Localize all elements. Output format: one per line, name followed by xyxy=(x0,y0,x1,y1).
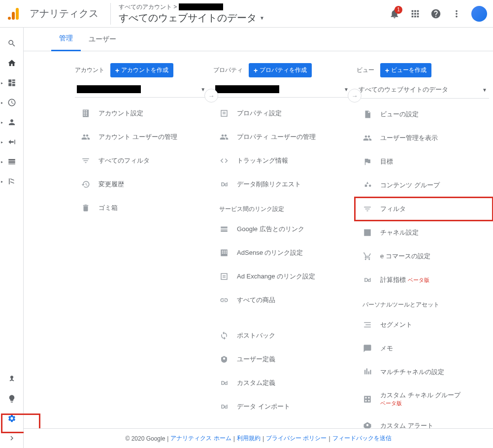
view-label: ビュー xyxy=(357,66,374,74)
acquisition-icon[interactable]: ▸ xyxy=(0,132,24,152)
segments[interactable]: セグメント xyxy=(355,313,493,337)
account-user-management[interactable]: アカウント ユーザーの管理 xyxy=(73,125,211,149)
dd-icon: Dd xyxy=(219,378,229,388)
account-selector[interactable]: ▼ xyxy=(75,81,207,98)
flag-icon xyxy=(362,157,372,167)
data-import[interactable]: Ddデータ インポート xyxy=(211,395,355,418)
custom-alerts[interactable]: カスタム アラート xyxy=(355,414,493,428)
tab-admin[interactable]: 管理 xyxy=(51,27,81,51)
dd-icon: Dd xyxy=(362,275,372,285)
admin-main: アカウント +アカウントを作成 ▼ → アカウント設定 アカウント ユーザーの管… xyxy=(24,51,493,428)
admin-tabs: 管理 ユーザー xyxy=(24,28,493,51)
behavior-icon[interactable]: ▸ xyxy=(0,152,24,172)
calculated-metrics[interactable]: Dd計算指標ベータ版 xyxy=(355,268,493,292)
transfer-right-button[interactable]: → xyxy=(204,89,218,103)
people-icon xyxy=(362,133,372,143)
adsense-link[interactable]: AdSense のリンク設定 xyxy=(211,241,355,265)
account-label: アカウント xyxy=(75,66,104,74)
custom-definitions[interactable]: Ddカスタム定義 xyxy=(211,371,355,395)
view-column: ビュー +ビューを作成 すべてのウェブサイトのデータ ▼ ビューの設定 ユーザー… xyxy=(355,63,493,428)
create-view-button[interactable]: +ビューを作成 xyxy=(380,63,431,77)
caret-down-icon: ▼ xyxy=(200,87,205,92)
notification-badge: 1 xyxy=(394,6,402,14)
analytics-logo xyxy=(8,6,24,22)
view-selector[interactable]: すべてのウェブサイトのデータ ▼ xyxy=(357,81,489,99)
customization-icon[interactable]: ▸ xyxy=(0,73,24,93)
custom-channel-icon xyxy=(362,394,372,404)
user-definitions[interactable]: ユーザー定義 xyxy=(211,347,355,371)
transfer-right-button[interactable]: → xyxy=(348,89,362,103)
history-icon xyxy=(81,179,91,189)
cart-icon xyxy=(362,251,372,261)
annotations[interactable]: メモ xyxy=(355,337,493,360)
tab-user[interactable]: ユーザー xyxy=(81,28,124,51)
all-products[interactable]: すべての商品 xyxy=(211,288,355,312)
account-selected-redacted xyxy=(77,85,141,93)
beta-badge: ベータ版 xyxy=(380,400,460,407)
view-filters[interactable]: フィルタ xyxy=(355,197,493,221)
view-user-management[interactable]: ユーザー管理を表示 xyxy=(355,126,493,150)
discover-icon[interactable] xyxy=(0,389,24,409)
footer-terms-link[interactable]: 利用規約 xyxy=(237,434,261,443)
property-selector[interactable]: ▼ xyxy=(213,81,351,98)
create-account-button[interactable]: +アカウントを作成 xyxy=(110,63,173,77)
view-settings[interactable]: ビューの設定 xyxy=(355,103,493,126)
help-icon[interactable] xyxy=(430,8,442,20)
channel-icon xyxy=(362,228,372,238)
people-icon xyxy=(81,132,91,142)
content-grouping[interactable]: コンテンツ グループ xyxy=(355,173,493,197)
account-picker[interactable]: すべてのアカウント > すべてのウェブサイトのデータ ▼ xyxy=(110,3,264,25)
filter-icon xyxy=(81,156,91,166)
property-label: プロパティ xyxy=(213,66,243,74)
home-icon[interactable] xyxy=(0,53,24,73)
property-column: プロパティ +プロパティを作成 ▼ → プロパティ設定 プロパティ ユーザーの管… xyxy=(211,63,355,428)
all-filters[interactable]: すべてのフィルタ xyxy=(73,149,211,172)
header: アナリティクス すべてのアカウント > すべてのウェブサイトのデータ ▼ 1 xyxy=(0,0,493,28)
app-title: アナリティクス xyxy=(30,7,99,20)
channel-settings[interactable]: チャネル設定 xyxy=(355,221,493,244)
copyright: © 2020 Google xyxy=(125,435,165,442)
more-icon[interactable] xyxy=(451,8,462,20)
beta-badge: ベータ版 xyxy=(408,277,429,283)
postback[interactable]: ポストバック xyxy=(211,324,355,347)
link-section-label: サービス間のリンク設定 xyxy=(211,196,355,217)
footer-feedback-link[interactable]: フィードバックを送信 xyxy=(332,434,392,443)
google-ads-link[interactable]: Google 広告とのリンク xyxy=(211,217,355,241)
search-icon[interactable] xyxy=(0,34,24,53)
dd-icon: Dd xyxy=(219,402,229,412)
trash[interactable]: ゴミ箱 xyxy=(73,196,211,220)
caret-down-icon: ▼ xyxy=(344,87,349,92)
change-history[interactable]: 変更履歴 xyxy=(73,172,211,196)
link-icon xyxy=(219,295,229,305)
custom-channel-group[interactable]: カスタム チャネル グループベータ版 xyxy=(355,384,493,414)
picker-breadcrumb: すべてのアカウント > xyxy=(119,3,177,11)
user-avatar[interactable] xyxy=(471,6,487,22)
audience-icon[interactable]: ▸ xyxy=(0,112,24,132)
trash-icon xyxy=(81,203,91,213)
exchange-icon xyxy=(219,272,229,281)
data-deletion[interactable]: Ddデータ削除リクエスト xyxy=(211,172,355,196)
settings-box-icon xyxy=(219,108,229,118)
create-property-button[interactable]: +プロパティを作成 xyxy=(249,63,312,77)
realtime-icon[interactable]: ▸ xyxy=(0,93,24,112)
apps-icon[interactable] xyxy=(409,8,421,20)
segment-icon xyxy=(362,320,372,330)
footer-privacy-link[interactable]: プライバシー ポリシー xyxy=(266,434,327,443)
property-selected-redacted xyxy=(215,85,279,93)
conversions-icon[interactable]: ▸ xyxy=(0,172,24,191)
footer-home-link[interactable]: アナリティクス ホーム xyxy=(170,434,231,443)
ad-exchange-link[interactable]: Ad Exchange のリンク設定 xyxy=(211,265,355,288)
ads-icon xyxy=(219,224,229,234)
account-settings[interactable]: アカウント設定 xyxy=(73,102,211,125)
view-selected: すべてのウェブサイトのデータ xyxy=(359,85,482,94)
goals[interactable]: 目標 xyxy=(355,150,493,173)
multichannel-settings[interactable]: マルチチャネルの設定 xyxy=(355,360,493,384)
tracking-info[interactable]: トラッキング情報 xyxy=(211,149,355,172)
content-icon xyxy=(362,180,372,190)
property-user-management[interactable]: プロパティ ユーザーの管理 xyxy=(211,125,355,149)
property-settings[interactable]: プロパティ設定 xyxy=(211,102,355,125)
caret-down-icon: ▼ xyxy=(482,87,487,93)
ecommerce-settings[interactable]: e コマースの設定 xyxy=(355,244,493,268)
notifications-icon[interactable]: 1 xyxy=(389,8,400,20)
attribution-icon[interactable] xyxy=(0,369,24,389)
